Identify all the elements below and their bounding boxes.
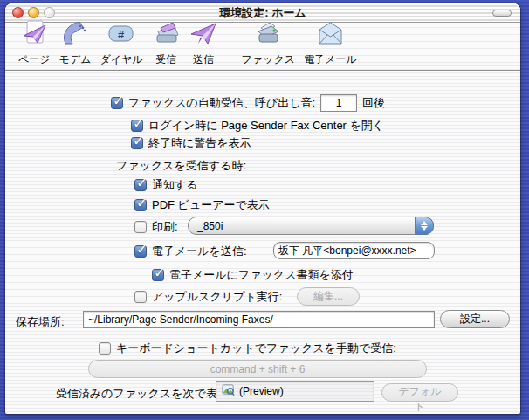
quit-warn-label[interactable]: 終了時に警告を表示 <box>148 135 251 151</box>
default-viewer-button: デフォルト <box>381 383 458 402</box>
applescript-label[interactable]: アップルスクリプト実行: <box>152 289 282 305</box>
login-open-label[interactable]: ログイン時に Page Sender Fax Center を開く <box>148 118 384 134</box>
toolbar-item-label: ページ <box>18 52 51 67</box>
printer-popup-value: _850i <box>197 220 223 232</box>
dial-icon: # <box>106 19 135 52</box>
modem-icon <box>60 19 89 52</box>
toolbar-item-label: ダイヤル <box>100 52 142 67</box>
toolbar-item-label: モデム <box>59 52 92 67</box>
toolbar-toggle-pill[interactable] <box>492 10 512 17</box>
toolbar-item-send[interactable]: 送信 <box>189 19 218 67</box>
email-attach-label[interactable]: 電子メールにファックス書類を添付 <box>169 267 354 283</box>
pdf-view-checkbox[interactable] <box>134 199 147 211</box>
auto-receive-label[interactable]: ファックスの自動受信、呼び出し音: <box>128 95 315 111</box>
page-icon <box>20 19 49 52</box>
email-attach-checkbox[interactable] <box>152 269 164 281</box>
toolbar-item-fax[interactable]: ファックス <box>242 19 295 67</box>
svg-text:#: # <box>118 28 125 41</box>
print-label[interactable]: 印刷: <box>152 219 178 235</box>
applescript-checkbox[interactable] <box>134 291 147 303</box>
printer-popup[interactable]: _850i <box>188 217 434 235</box>
set-location-button[interactable]: 設定... <box>440 310 510 328</box>
toolbar-separator <box>230 27 230 67</box>
email-address-input[interactable] <box>273 242 435 259</box>
email-icon <box>316 19 345 52</box>
edit-script-button: 編集... <box>297 287 360 306</box>
toolbar: ページ モデム # ダイヤル 受信 送信 ファックス 電子メール <box>5 23 520 71</box>
toolbar-item-modem[interactable]: モデム <box>59 19 92 67</box>
toolbar-item-label: 送信 <box>193 52 214 67</box>
ring-count-suffix: 回後 <box>362 95 385 111</box>
preview-app-icon <box>222 383 235 399</box>
shortcut-label[interactable]: キーボードショートカットでファックスを手動で受信: <box>116 341 396 356</box>
popup-stepper-icon <box>415 217 434 235</box>
viewer-app-well[interactable]: (Preview) <box>216 381 374 402</box>
notify-checkbox[interactable] <box>134 179 147 191</box>
toolbar-item-receive[interactable]: 受信 <box>152 19 181 67</box>
print-checkbox[interactable] <box>134 221 147 233</box>
email-send-checkbox[interactable] <box>134 245 147 258</box>
ring-count-input[interactable] <box>320 94 357 112</box>
pdf-view-label[interactable]: PDF ビューアーで表示 <box>152 197 270 213</box>
receive-group-label: ファックスを受信する時: <box>116 158 246 174</box>
shortcut-key-button: command + shift + 6 <box>88 360 427 378</box>
toolbar-item-label: 受信 <box>155 52 176 67</box>
toolbar-item-label: ファックス <box>242 52 295 67</box>
save-location-label: 保存場所: <box>16 314 65 330</box>
notify-label[interactable]: 通知する <box>152 177 198 193</box>
preferences-window: 環境設定: ホーム ページ モデム # ダイヤル 受信 送信 ファックス <box>5 3 520 414</box>
toolbar-item-page[interactable]: ページ <box>18 19 51 67</box>
fax-icon <box>254 19 283 52</box>
email-send-label[interactable]: 電子メールを送信: <box>152 244 247 259</box>
login-open-checkbox[interactable] <box>131 120 143 132</box>
toolbar-item-email[interactable]: 電子メール <box>304 19 357 67</box>
shortcut-checkbox[interactable] <box>99 342 111 355</box>
send-icon <box>189 19 218 52</box>
viewer-app-name: (Preview) <box>239 385 284 397</box>
toolbar-item-dial[interactable]: # ダイヤル <box>100 19 142 67</box>
receive-icon <box>152 19 181 52</box>
save-location-input[interactable] <box>83 311 435 328</box>
quit-warn-checkbox[interactable] <box>131 137 143 149</box>
toolbar-item-label: 電子メール <box>304 52 357 67</box>
auto-receive-checkbox[interactable] <box>111 97 123 109</box>
viewer-label: 受信済みのファックスを次で表示: <box>56 386 231 402</box>
